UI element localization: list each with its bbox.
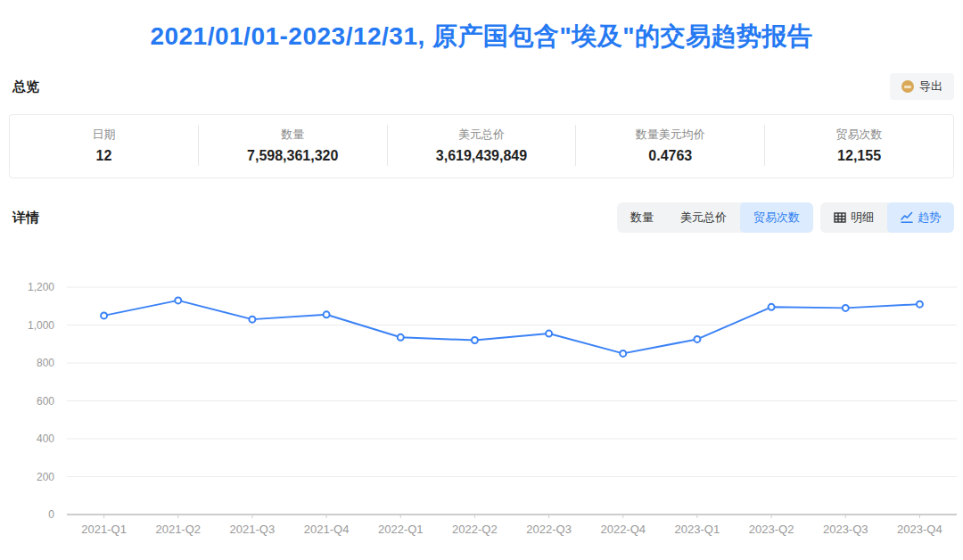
trend-line-chart: 02004006008001,0001,2002021-Q12021-Q2202…	[0, 257, 963, 551]
stat-value: 12	[10, 148, 198, 164]
svg-text:2022-Q2: 2022-Q2	[452, 523, 498, 536]
view-tab-trend-label: 趋势	[918, 210, 941, 226]
stat-label: 日期	[10, 127, 198, 143]
overview-header-row: 总览 导出	[0, 73, 963, 100]
svg-text:2021-Q3: 2021-Q3	[230, 523, 276, 536]
overview-stats-card: 日期 12 数量 7,598,361,320 美元总价 3,619,439,84…	[9, 114, 954, 178]
svg-text:400: 400	[37, 432, 54, 445]
table-icon	[834, 211, 846, 224]
svg-text:2021-Q4: 2021-Q4	[304, 523, 350, 536]
view-tab-trend[interactable]: 趋势	[887, 202, 954, 233]
svg-text:2023-Q3: 2023-Q3	[823, 523, 868, 536]
stat-usd-total: 美元总价 3,619,439,849	[387, 125, 576, 166]
svg-text:1,000: 1,000	[28, 319, 54, 332]
tab-groups: 数量 美元总价 贸易次数 明细 趋势	[617, 202, 954, 233]
stat-value: 0.4763	[576, 148, 764, 164]
stat-label: 美元总价	[388, 127, 576, 143]
stat-label: 贸易次数	[765, 127, 953, 143]
svg-text:200: 200	[37, 471, 54, 483]
stat-value: 3,619,439,849	[388, 148, 576, 164]
svg-text:2022-Q3: 2022-Q3	[526, 523, 572, 536]
svg-text:2021-Q1: 2021-Q1	[81, 523, 127, 536]
stat-trade-count: 贸易次数 12,155	[764, 125, 953, 166]
stat-value: 12,155	[765, 148, 953, 164]
svg-text:1,200: 1,200	[28, 281, 54, 293]
svg-text:800: 800	[37, 357, 54, 369]
stat-value: 7,598,361,320	[199, 148, 387, 164]
chart-canvas: 02004006008001,0001,2002021-Q12021-Q2202…	[0, 257, 963, 551]
svg-text:600: 600	[37, 395, 54, 408]
export-button[interactable]: 导出	[890, 73, 954, 100]
trend-icon	[901, 211, 913, 224]
details-heading: 详情	[12, 210, 39, 226]
svg-text:0: 0	[48, 508, 54, 521]
title-bar: 2021/01/01-2023/12/31, 原产国包含"埃及"的交易趋势报告	[0, 0, 963, 73]
metric-tab-group: 数量 美元总价 贸易次数	[617, 202, 813, 233]
metric-tab-trade-count[interactable]: 贸易次数	[740, 202, 813, 233]
stat-quantity: 数量 7,598,361,320	[198, 125, 387, 166]
page-title: 2021/01/01-2023/12/31, 原产国包含"埃及"的交易趋势报告	[150, 20, 812, 54]
coin-icon	[901, 80, 914, 93]
stat-date: 日期 12	[10, 125, 198, 166]
details-header-row: 详情 数量 美元总价 贸易次数 明细	[0, 202, 963, 233]
svg-text:2022-Q4: 2022-Q4	[600, 523, 646, 536]
metric-tab-quantity[interactable]: 数量	[617, 202, 667, 233]
view-tab-group: 明细 趋势	[820, 202, 954, 233]
view-tab-detail-label: 明细	[851, 210, 874, 226]
svg-text:2023-Q1: 2023-Q1	[675, 523, 720, 536]
svg-text:2021-Q2: 2021-Q2	[155, 523, 201, 536]
metric-tab-usd-total[interactable]: 美元总价	[667, 202, 740, 233]
stat-label: 数量	[199, 127, 387, 143]
svg-text:2022-Q1: 2022-Q1	[378, 523, 424, 536]
stat-avg-usd-price: 数量美元均价 0.4763	[575, 125, 764, 166]
stat-label: 数量美元均价	[576, 127, 764, 143]
export-label: 导出	[919, 78, 942, 95]
svg-text:2023-Q4: 2023-Q4	[897, 523, 942, 536]
svg-text:2023-Q2: 2023-Q2	[749, 523, 794, 536]
view-tab-detail[interactable]: 明细	[820, 202, 887, 233]
overview-heading: 总览	[12, 78, 39, 95]
